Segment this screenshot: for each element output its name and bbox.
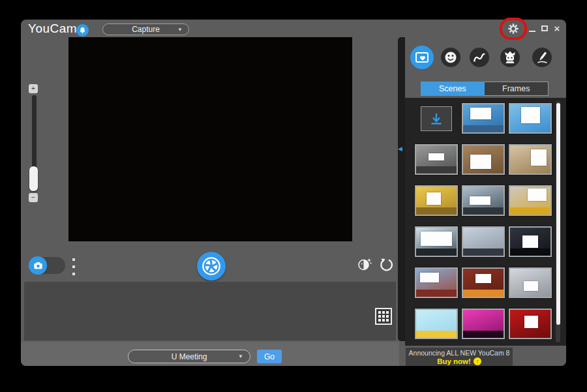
thumbnail-billboard-screen — [524, 281, 538, 291]
thumbnail-foreground — [510, 249, 550, 256]
thumbnail-billboard-screen — [531, 149, 547, 166]
maximize-button[interactable] — [540, 23, 549, 33]
titlebar: YouCam8 Capture ▼ — [21, 20, 566, 37]
go-button[interactable]: Go — [257, 350, 282, 363]
thumbnail-foreground — [463, 249, 504, 256]
thumbnail-billboard-screen — [470, 196, 490, 205]
panel-divider: ◀ — [398, 37, 405, 341]
app-name: YouCam — [28, 22, 77, 35]
beautify-button[interactable] — [356, 256, 373, 273]
scene-grid — [415, 103, 552, 339]
scene-thumbnail-romantic-red[interactable] — [509, 309, 552, 339]
dot — [72, 273, 75, 275]
maximize-icon — [541, 25, 548, 31]
chevron-down-icon: ▼ — [238, 354, 243, 359]
zoom-in-button[interactable]: + — [29, 84, 38, 93]
scene-thumbnail-billboard-plaza[interactable] — [462, 103, 505, 134]
thumbnail-foreground — [463, 207, 504, 215]
gear-icon — [507, 23, 519, 35]
app-select-label: U Meeting — [172, 352, 207, 361]
rotate-button[interactable] — [379, 257, 395, 273]
thumbnail-foreground — [416, 331, 457, 338]
thumbnail-billboard-screen — [427, 192, 441, 204]
avatar-robot-icon — [504, 51, 517, 64]
tab-scenes[interactable]: Scenes — [421, 82, 485, 96]
zoom-slider-handle[interactable] — [29, 166, 38, 191]
capture-shutter-button[interactable] — [197, 252, 226, 280]
grid-icon — [378, 311, 389, 322]
tab-avatars[interactable] — [500, 48, 520, 67]
scene-thumbnail-skyscraper-billboard[interactable] — [509, 267, 552, 298]
captured-media-tray — [24, 282, 396, 340]
announcement-text: Announcing ALL NEW YouCam 8 — [409, 349, 510, 357]
tab-distortions[interactable] — [470, 48, 489, 67]
scene-thumbnail-cinema-auditorium[interactable] — [462, 267, 505, 298]
scene-thumbnail-hand-held-photo[interactable] — [462, 144, 505, 175]
screen: YouCam8 Capture ▼ — [0, 0, 587, 392]
scene-thumbnail-press-microphones[interactable] — [462, 226, 505, 257]
capture-mode-label: Capture — [132, 25, 160, 34]
thumbnail-foreground — [416, 207, 457, 215]
thumbnail-foreground — [463, 125, 504, 132]
scene-thumbnail-autumn-painter[interactable] — [415, 185, 458, 216]
close-icon: × — [554, 23, 560, 33]
thumbnail-billboard-screen — [522, 235, 539, 248]
download-icon — [429, 112, 444, 126]
tab-draw[interactable] — [532, 48, 552, 67]
scene-thumbnail-arcade-screens[interactable] — [509, 226, 552, 257]
thumbnail-billboard-screen — [521, 107, 540, 123]
smiley-face-icon — [444, 51, 457, 64]
distortion-squiggle-icon — [473, 51, 486, 64]
scene-thumbnail-gallery-frame[interactable] — [509, 144, 552, 175]
thumbnail-foreground — [416, 290, 457, 297]
scene-thumbnail-window-washers[interactable] — [415, 226, 458, 257]
thumbnail-billboard-screen — [524, 316, 538, 328]
camera-toggle-knob — [29, 256, 47, 275]
thumbnail-billboard-screen — [470, 108, 491, 119]
thumbnail-billboard-screen — [420, 273, 439, 282]
scene-thumbnail-cartoon-celebration[interactable] — [415, 309, 458, 339]
scene-thumbnail-concert-lasers[interactable] — [462, 309, 505, 339]
download-scenes-button[interactable] — [415, 103, 458, 134]
collapse-panel-arrow-icon[interactable]: ◀ — [398, 145, 402, 152]
scene-thumbnail-city-taxi-billboards[interactable] — [509, 185, 552, 216]
buy-now-link[interactable]: Buy now! ↑ — [437, 357, 481, 365]
dot — [72, 265, 75, 268]
tab-scenes-frames[interactable] — [410, 46, 434, 69]
tab-frames[interactable]: Frames — [485, 82, 549, 96]
scene-thumbnail-museum-hall-bw[interactable] — [415, 144, 458, 175]
thumbnail-billboard-screen — [528, 188, 547, 201]
camera-icon — [33, 262, 43, 270]
youcam-window: YouCam8 Capture ▼ — [21, 20, 566, 366]
scrollbar-track[interactable] — [556, 101, 560, 342]
webcam-preview — [68, 37, 352, 241]
notification-bell-button[interactable] — [76, 24, 89, 37]
scene-thumbnail-station-billboards[interactable] — [462, 185, 505, 216]
scene-thumbnail-list — [405, 98, 566, 346]
scenes-frames-tabs: Scenes Frames — [421, 82, 549, 96]
thumbnail-foreground — [416, 249, 457, 256]
thumbnail-billboard-screen — [429, 153, 445, 160]
thumbnail-foreground — [463, 331, 504, 338]
scene-thumbnail-london-street-billboard[interactable] — [415, 267, 458, 298]
photo-video-toggle[interactable] — [29, 257, 65, 274]
gallery-view-button[interactable] — [375, 308, 392, 325]
thumbnail-billboard-screen — [421, 232, 451, 246]
app-select-dropdown[interactable]: U Meeting ▼ — [128, 350, 250, 363]
more-options-menu[interactable] — [72, 258, 78, 275]
thumbnail-billboard-screen — [470, 155, 491, 169]
effects-panel: Scenes Frames Announcing ALL NEW YouCam … — [405, 37, 566, 366]
minimize-button[interactable] — [528, 23, 537, 33]
scene-thumbnail-hot-air-balloons[interactable] — [509, 103, 552, 134]
scrollbar-thumb[interactable] — [556, 103, 560, 325]
capture-mode-dropdown[interactable]: Capture ▼ — [102, 23, 189, 35]
announcement-banner: Announcing ALL NEW YouCam 8 Buy now! ↑ — [406, 348, 513, 366]
settings-button[interactable] — [507, 22, 520, 35]
thumbnail-billboard-screen — [475, 274, 492, 284]
scene-frame-icon — [415, 52, 429, 63]
close-button[interactable]: × — [552, 23, 562, 33]
dot — [72, 258, 75, 261]
zoom-out-button[interactable]: − — [29, 193, 38, 202]
thumbnail-foreground — [510, 207, 550, 215]
tab-emotions[interactable] — [441, 48, 460, 67]
